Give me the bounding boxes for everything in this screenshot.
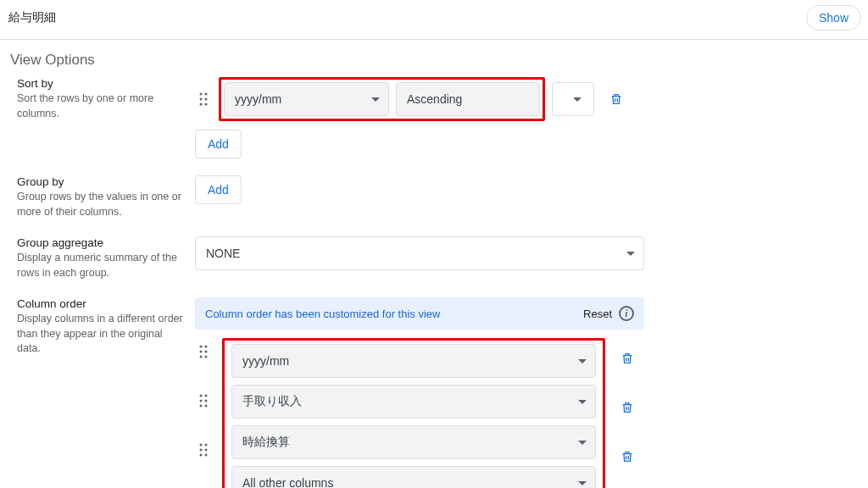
svg-point-19 [205, 444, 208, 446]
column-order-value: yyyy/mm [242, 354, 289, 368]
column-order-item: All other columns [231, 466, 596, 488]
column-order-item: yyyy/mm [231, 344, 596, 378]
drag-handle-icon[interactable] [195, 443, 212, 477]
column-order-value: 手取り収入 [242, 394, 302, 409]
svg-point-16 [200, 405, 203, 408]
column-order-banner-text: Column order has been customized for thi… [205, 308, 440, 320]
delete-column-button[interactable] [612, 440, 643, 474]
sort-direction-value: Ascending [407, 92, 462, 106]
svg-point-18 [200, 444, 203, 446]
info-icon[interactable]: i [619, 306, 634, 321]
svg-point-1 [205, 93, 208, 96]
column-order-dropdown[interactable]: yyyy/mm [231, 344, 596, 378]
group-by-desc: Group rows by the values in one or more … [17, 190, 186, 219]
sort-by-desc: Sort the rows by one or more columns. [17, 92, 186, 121]
column-order-dropdown[interactable]: 時給換算 [231, 425, 596, 459]
column-order-value: 時給換算 [242, 435, 290, 450]
drag-handle-icon[interactable] [195, 394, 212, 428]
svg-point-7 [205, 346, 208, 348]
svg-point-9 [205, 351, 208, 353]
svg-point-21 [205, 449, 208, 452]
svg-point-15 [205, 400, 208, 402]
svg-point-10 [200, 356, 203, 358]
drag-handle-icon[interactable] [195, 345, 212, 379]
sort-direction-chevron[interactable] [552, 82, 594, 116]
top-bar: 給与明細 Show [0, 0, 868, 40]
chevron-down-icon [371, 97, 380, 102]
group-aggregate-value: NONE [206, 247, 240, 260]
sort-column-dropdown[interactable]: yyyy/mm [224, 82, 389, 116]
column-order-item: 時給換算 [231, 425, 596, 459]
show-button[interactable]: Show [806, 5, 861, 30]
sort-column-value: yyyy/mm [235, 92, 281, 106]
group-aggregate-label: Group aggregate [17, 236, 186, 249]
column-order-dropdown[interactable]: 手取り収入 [231, 385, 596, 419]
column-order-item: 手取り収入 [231, 385, 596, 419]
svg-point-5 [205, 103, 208, 106]
svg-point-17 [205, 405, 208, 408]
svg-point-13 [205, 395, 208, 397]
svg-point-12 [200, 395, 203, 397]
add-group-button[interactable]: Add [195, 175, 242, 204]
drag-handle-icon[interactable] [195, 92, 212, 106]
chevron-down-icon [573, 97, 581, 102]
sort-by-row: Sort by Sort the rows by one or more col… [17, 77, 851, 158]
column-order-row: Column order Display columns in a differ… [17, 297, 851, 488]
group-by-label: Group by [17, 175, 186, 188]
column-order-label: Column order [17, 297, 186, 310]
svg-point-8 [200, 351, 203, 353]
svg-point-14 [200, 400, 203, 402]
column-order-desc: Display columns in a different order tha… [17, 312, 186, 357]
column-order-value: All other columns [242, 476, 333, 488]
group-aggregate-row: Group aggregate Display a numeric summar… [17, 236, 851, 280]
delete-sort-button[interactable] [601, 84, 632, 114]
group-aggregate-desc: Display a numeric summary of the rows in… [17, 251, 186, 280]
column-order-dropdown[interactable]: All other columns [231, 466, 596, 488]
delete-column-button[interactable] [612, 391, 643, 424]
svg-point-11 [205, 356, 208, 358]
svg-point-0 [200, 93, 203, 96]
sort-by-label: Sort by [17, 77, 186, 90]
svg-point-20 [200, 449, 203, 452]
sort-direction-dropdown[interactable]: Ascending [396, 82, 540, 116]
chevron-down-icon [578, 481, 587, 485]
svg-point-4 [200, 103, 203, 106]
column-order-highlight-box: yyyy/mm 手取り収入 時給換算 [222, 338, 605, 488]
group-by-row: Group by Group rows by the values in one… [17, 175, 851, 219]
svg-point-22 [200, 454, 203, 457]
chevron-down-icon [578, 359, 587, 363]
chevron-down-icon [626, 252, 635, 256]
svg-point-2 [200, 98, 203, 101]
page-title: 給与明細 [8, 10, 56, 25]
delete-column-button[interactable] [612, 341, 643, 375]
svg-point-3 [205, 98, 208, 101]
chevron-down-icon [578, 400, 587, 404]
sort-highlight-box: yyyy/mm Ascending [219, 77, 545, 121]
svg-point-23 [205, 454, 208, 457]
chevron-down-icon [578, 441, 587, 445]
column-order-banner: Column order has been customized for thi… [195, 297, 644, 330]
group-aggregate-dropdown[interactable]: NONE [195, 236, 644, 270]
reset-column-order-button[interactable]: Reset [583, 308, 612, 320]
svg-point-6 [200, 346, 203, 348]
add-sort-button[interactable]: Add [195, 130, 242, 158]
view-options-heading: View Options [0, 40, 868, 74]
